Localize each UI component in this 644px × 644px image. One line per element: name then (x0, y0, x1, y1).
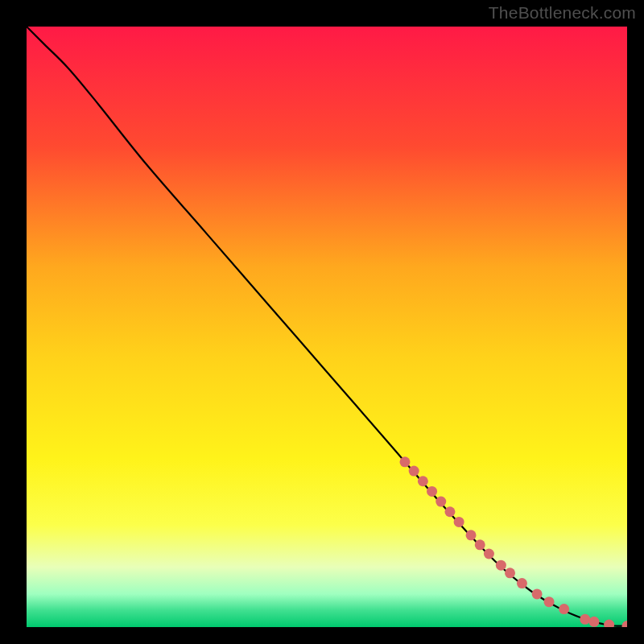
highlight-point (409, 466, 419, 477)
highlight-point (418, 476, 428, 486)
gradient-background (27, 27, 627, 627)
highlight-point (444, 506, 455, 517)
highlight-point (517, 578, 527, 588)
highlight-point (505, 568, 515, 578)
highlight-point (496, 560, 506, 571)
attribution-label: TheBottleneck.com (489, 3, 636, 23)
highlight-point (544, 597, 555, 607)
highlight-point (559, 604, 569, 614)
highlight-point (427, 486, 437, 497)
highlight-point (436, 497, 446, 507)
chart-svg (27, 27, 627, 627)
chart-frame: TheBottleneck.com (0, 0, 644, 644)
highlight-point (466, 530, 477, 540)
highlight-point (399, 456, 410, 467)
highlight-point (475, 539, 485, 550)
highlight-point (484, 548, 494, 559)
highlight-point (532, 588, 543, 599)
highlight-point (580, 614, 590, 625)
plot-area (27, 27, 627, 627)
highlight-point (454, 517, 464, 527)
highlight-point (588, 617, 599, 627)
